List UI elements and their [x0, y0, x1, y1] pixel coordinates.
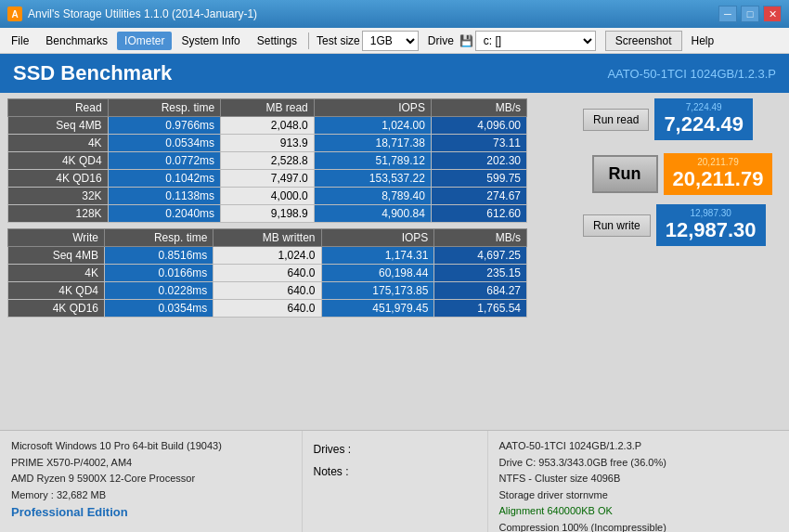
read-row-label: 4K QD4: [8, 152, 109, 170]
write-mbs: 4,697.25: [434, 247, 527, 265]
drive-model: AATO-50-1TCI 1024GB/1.2.3.P: [499, 438, 779, 455]
write-table: Write Resp. time MB written IOPS MB/s Se…: [7, 228, 527, 318]
test-size-select[interactable]: 1GB 4GB 16GB: [362, 31, 419, 51]
table-area: Read Resp. time MB read IOPS MB/s Seq 4M…: [0, 93, 576, 430]
run-read-area: Run read 7,224.49 7,224.49: [583, 98, 782, 140]
write-mb: 1,024.0: [213, 247, 321, 265]
menu-iometer[interactable]: IOmeter: [117, 32, 172, 50]
write-resp-time: 0.0354ms: [104, 300, 213, 318]
col-resp-time-w: Resp. time: [104, 229, 213, 247]
total-score-box: 20,211.79 20,211.79: [664, 153, 773, 195]
sysinfo-line2: PRIME X570-P/4002, AM4: [11, 455, 291, 472]
read-mb: 2,528.8: [221, 152, 315, 170]
menu-file[interactable]: File: [4, 32, 36, 50]
read-table-row: 4K QD160.1042ms7,497.0153,537.22599.75: [8, 170, 527, 188]
drive-icon: 💾: [459, 34, 473, 47]
read-mb: 913.9: [221, 135, 315, 152]
read-mbs: 73.11: [431, 135, 526, 152]
menu-settings[interactable]: Settings: [250, 32, 304, 50]
write-mbs: 684.27: [434, 282, 527, 300]
separator-1: [308, 32, 309, 49]
title-bar: A Anvil's Storage Utilities 1.1.0 (2014-…: [0, 0, 789, 28]
drive-label: Drive: [428, 34, 454, 47]
write-mbs: 1,765.54: [434, 300, 527, 318]
write-mb: 640.0: [213, 300, 321, 318]
col-iops-w: IOPS: [321, 229, 434, 247]
read-iops: 1,024.00: [314, 117, 431, 135]
read-table: Read Resp. time MB read IOPS MB/s Seq 4M…: [7, 98, 527, 223]
bottom-bar: Microsoft Windows 10 Pro 64-bit Build (1…: [0, 430, 789, 532]
header-title: SSD Benchmark: [13, 61, 172, 85]
read-mbs: 202.30: [431, 152, 526, 170]
read-iops: 153,537.22: [314, 170, 431, 188]
menu-bar: File Benchmarks IOmeter System Info Sett…: [0, 28, 789, 54]
menu-sysinfo[interactable]: System Info: [174, 32, 247, 50]
read-table-row: 32K0.1138ms4,000.08,789.40274.67: [8, 188, 527, 205]
drive-ntfs: NTFS - Cluster size 4096B: [499, 471, 779, 487]
write-table-row: Seq 4MB0.8516ms1,024.01,174.314,697.25: [8, 247, 527, 265]
total-score-small: 20,211.79: [673, 157, 764, 167]
read-resp-time: 0.0534ms: [108, 135, 220, 152]
write-mb: 640.0: [213, 265, 321, 282]
col-mb-written: MB written: [213, 229, 321, 247]
run-read-button[interactable]: Run read: [583, 109, 649, 131]
read-score-box: 7,224.49 7,224.49: [654, 98, 753, 140]
side-panel: Run read 7,224.49 7,224.49 Run 20,211.79…: [576, 93, 789, 430]
read-row-label: 128K: [8, 205, 109, 223]
write-score-big: 12,987.30: [666, 218, 757, 242]
col-read: Read: [8, 99, 109, 117]
write-resp-time: 0.0228ms: [104, 282, 213, 300]
sysinfo-line3: AMD Ryzen 9 5900X 12-Core Processor: [11, 471, 291, 487]
read-mbs: 612.60: [431, 205, 526, 223]
help-menu-item[interactable]: Help: [684, 32, 722, 50]
col-mbs-w: MB/s: [434, 229, 527, 247]
read-score-big: 7,224.49: [664, 112, 744, 136]
main-content: Read Resp. time MB read IOPS MB/s Seq 4M…: [0, 93, 789, 430]
col-resp-time-r: Resp. time: [108, 99, 220, 117]
header-subtitle: AATO-50-1TCI 1024GB/1.2.3.P: [607, 67, 776, 81]
read-mbs: 274.67: [431, 188, 526, 205]
write-resp-time: 0.8516ms: [104, 247, 213, 265]
read-mb: 4,000.0: [221, 188, 315, 205]
read-resp-time: 0.1042ms: [108, 170, 220, 188]
col-iops-r: IOPS: [314, 99, 431, 117]
read-resp-time: 0.0772ms: [108, 152, 220, 170]
read-iops: 8,789.40: [314, 188, 431, 205]
read-resp-time: 0.9766ms: [108, 117, 220, 135]
drives-label: Drives :: [314, 438, 476, 461]
write-table-row: 4K QD40.0228ms640.0175,173.85684.27: [8, 282, 527, 300]
menu-benchmarks[interactable]: Benchmarks: [38, 32, 115, 50]
write-iops: 451,979.45: [321, 300, 434, 318]
sysinfo-line1: Microsoft Windows 10 Pro 64-bit Build (1…: [11, 438, 291, 455]
read-table-row: 4K0.0534ms913.918,717.3873.11: [8, 135, 527, 152]
close-button[interactable]: ✕: [763, 6, 782, 22]
read-mb: 7,497.0: [221, 170, 315, 188]
maximize-button[interactable]: □: [741, 6, 759, 22]
sysinfo-line4: Memory : 32,682 MB: [11, 487, 291, 504]
pro-edition-label: Professional Edition: [11, 503, 291, 523]
run-write-button[interactable]: Run write: [583, 214, 651, 237]
read-mbs: 599.75: [431, 170, 526, 188]
write-iops: 60,198.44: [321, 265, 434, 282]
read-resp-time: 0.1138ms: [108, 188, 220, 205]
header-banner: SSD Benchmark AATO-50-1TCI 1024GB/1.2.3.…: [0, 54, 789, 93]
total-score-big: 20,211.79: [673, 167, 764, 191]
run-write-area: Run write 12,987.30 12,987.30: [583, 204, 782, 246]
read-table-row: 4K QD40.0772ms2,528.851,789.12202.30: [8, 152, 527, 170]
drives-notes: Drives : Notes :: [302, 431, 487, 532]
run-total-area: Run 20,211.79 20,211.79: [583, 153, 782, 195]
col-mb-read: MB read: [221, 99, 315, 117]
drive-details: AATO-50-1TCI 1024GB/1.2.3.P Drive C: 953…: [487, 431, 790, 532]
screenshot-button[interactable]: Screenshot: [605, 31, 682, 51]
read-iops: 51,789.12: [314, 152, 431, 170]
drive-free: Drive C: 953.3/343.0GB free (36.0%): [499, 455, 779, 472]
app-icon: A: [7, 6, 22, 21]
col-write: Write: [8, 229, 105, 247]
minimize-button[interactable]: ─: [718, 6, 737, 22]
write-iops: 175,173.85: [321, 282, 434, 300]
write-row-label: 4K QD4: [8, 282, 105, 300]
drive-select[interactable]: c: []: [475, 31, 596, 51]
read-table-row: 128K0.2040ms9,198.94,900.84612.60: [8, 205, 527, 223]
run-button[interactable]: Run: [592, 155, 658, 193]
read-mb: 9,198.9: [221, 205, 315, 223]
